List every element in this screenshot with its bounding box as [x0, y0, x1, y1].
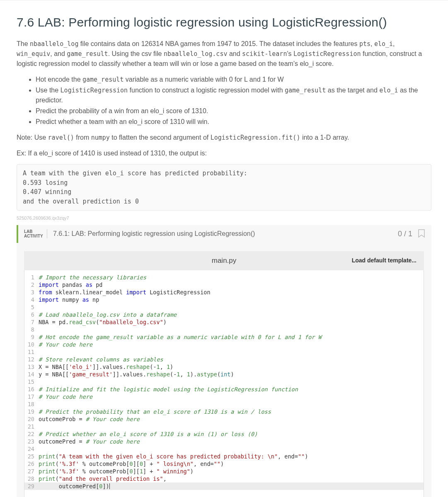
- text: ,: [393, 40, 395, 47]
- lab-tag: LAB ACTIVITY: [24, 229, 47, 238]
- code-text: sklearn.linear_model: [52, 289, 126, 296]
- code-string: " winning": [157, 468, 190, 475]
- load-default-template-button[interactable]: Load default template...: [352, 256, 424, 265]
- line-number: 5: [24, 303, 39, 311]
- code-comment: # Initialize and fit the logistic model …: [39, 386, 298, 393]
- code-text: pd: [92, 281, 102, 288]
- code-number: 0: [129, 468, 133, 475]
- code-comment: # Your code here: [86, 438, 140, 445]
- lab-tag-line2: ACTIVITY: [24, 234, 42, 238]
- line-number: 11: [24, 348, 39, 356]
- code-text: ,: [163, 475, 167, 482]
- code-text: X = NBA[[: [39, 364, 69, 370]
- code-text: , end=: [278, 453, 298, 460]
- code-comment: # Import the necessary libraries: [39, 274, 146, 281]
- lab-body: main.py Load default template... 1# Impo…: [17, 243, 431, 497]
- line-number: 2: [24, 281, 39, 289]
- code-string: "": [298, 453, 305, 460]
- text: as the target and: [326, 87, 379, 94]
- code-comment: # Hot encode the game_result variable as…: [39, 334, 322, 340]
- code-area[interactable]: 1# Import the necessary libraries 2impor…: [24, 270, 424, 497]
- code-text: ): [163, 319, 167, 325]
- line-number: 13: [24, 363, 39, 371]
- list-item: Predict the probability of a win from an…: [36, 106, 431, 116]
- instructions-list: Hot encode the game_result variable as a…: [17, 75, 431, 127]
- code-text: outcomePred =: [39, 438, 86, 445]
- example-output: A team with the given elo_i score has pr…: [17, 164, 431, 211]
- code-func: read_csv: [69, 319, 96, 325]
- text: file contains data on 126314 NBA games f…: [78, 40, 359, 47]
- code-text: numpy: [59, 296, 82, 303]
- line-number: 20: [24, 415, 39, 423]
- code-func: reshape: [126, 364, 150, 370]
- lab-activity-header: LAB ACTIVITY 7.6.1: LAB: Performing logi…: [17, 225, 431, 243]
- code-text: ]): [102, 483, 109, 490]
- line-number: 19: [24, 408, 39, 415]
- code-text: (: [56, 468, 59, 475]
- code-string: 'elo_i': [69, 364, 92, 370]
- code-inline: LogisticRegression: [61, 87, 128, 94]
- text: variable as a numeric variable with 0 fo…: [124, 76, 283, 83]
- bookmark-icon[interactable]: [417, 229, 426, 239]
- text: and: [227, 50, 242, 57]
- text: 's: [287, 50, 293, 57]
- code-inline: game_result: [82, 76, 124, 83]
- page-title: 7.6 LAB: Performing logistic regression …: [17, 13, 431, 32]
- code-text: % outcomeProb[: [79, 468, 130, 475]
- hash-id: 525076.2609636.qx3zqy7: [17, 215, 431, 222]
- editor-header: main.py Load default template...: [24, 251, 424, 270]
- code-text: ,: [180, 371, 186, 378]
- code-inline: nbaallelo_log.csv: [164, 50, 228, 58]
- note-paragraph: Note: Use ravel() from numpy to flatten …: [17, 133, 431, 143]
- code-text: (: [56, 461, 59, 467]
- code-func: reshape: [146, 371, 170, 378]
- line-number: 22: [24, 430, 39, 438]
- line-number: 25: [24, 453, 39, 460]
- code-inline: numpy: [91, 134, 110, 141]
- code-string: '%.3f': [59, 461, 79, 467]
- code-inline: game_result: [67, 50, 108, 58]
- line-number: 21: [24, 423, 39, 430]
- code-inline: elo_i: [379, 87, 398, 94]
- code-text: NBA = pd.: [39, 319, 69, 325]
- code-comment: # Predict whether an elo_i score of 1310…: [39, 431, 257, 437]
- code-inline: LogisticRegression: [293, 50, 361, 58]
- code-text: ,: [160, 364, 167, 370]
- code-text: np: [89, 296, 99, 303]
- code-text: ] +: [143, 468, 157, 475]
- intro-paragraph: The nbaallelo_log file contains data on …: [17, 39, 431, 69]
- code-text: ): [170, 364, 173, 370]
- code-text: ): [220, 461, 224, 467]
- code-number: 1: [187, 371, 190, 378]
- line-number: 27: [24, 468, 39, 475]
- code-number: 0: [129, 461, 133, 467]
- code-inline: scikit-learn: [242, 50, 287, 58]
- code-text: ): [190, 468, 194, 475]
- code-number: 1: [157, 364, 160, 370]
- code-comment: # Your code here: [39, 341, 92, 348]
- line-number: 18: [24, 400, 39, 408]
- code-keyword: as: [82, 296, 89, 303]
- line-number: 7: [24, 318, 39, 326]
- list-item: Predict whether a team with an elo_i sco…: [36, 117, 431, 127]
- code-text: ][: [133, 461, 140, 467]
- code-text: ][: [133, 468, 140, 475]
- code-text: (: [56, 453, 59, 460]
- code-text: % outcomeProb[: [79, 461, 130, 467]
- code-text: (-: [170, 371, 177, 378]
- code-inline: nbaallelo_log: [30, 40, 78, 48]
- example-label: Ex: If a elo_i score of 1410 is used ins…: [17, 148, 431, 158]
- code-keyword: as: [86, 281, 92, 288]
- code-number: 1: [167, 364, 170, 370]
- code-string: "and the overall prediction is": [59, 475, 163, 482]
- text: ,: [371, 40, 374, 47]
- code-comment: # Predict the probability that an elo_i …: [39, 408, 271, 415]
- code-inline: elo_i: [374, 40, 393, 48]
- line-number: 28: [24, 475, 39, 482]
- code-string: " losing\n": [157, 461, 194, 467]
- code-text: ]].values.: [92, 364, 126, 370]
- line-number: 26: [24, 460, 39, 468]
- code-editor[interactable]: 1# Import the necessary libraries 2impor…: [24, 270, 424, 497]
- code-inline: pts: [359, 40, 371, 48]
- code-text: ] +: [143, 461, 157, 467]
